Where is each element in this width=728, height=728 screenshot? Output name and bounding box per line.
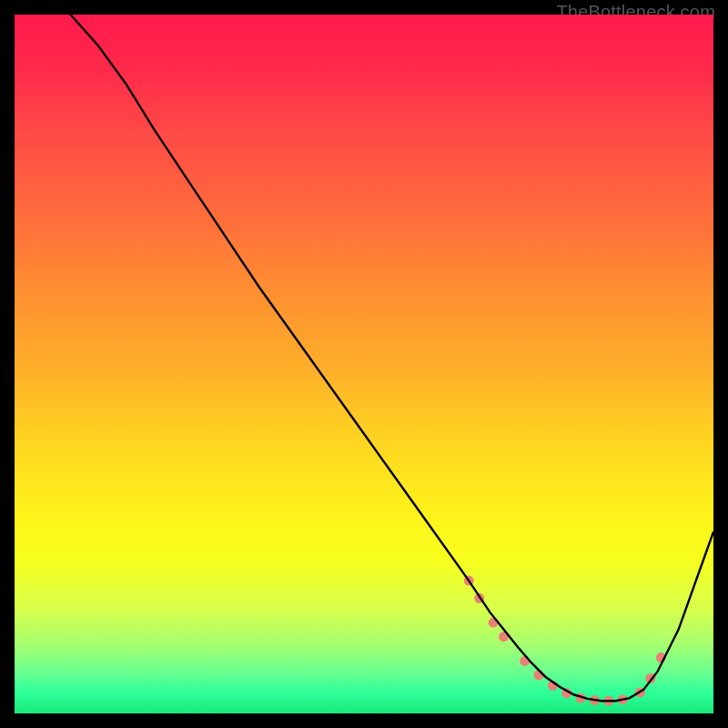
curve-layer xyxy=(15,15,713,713)
bottleneck-curve xyxy=(15,15,713,701)
markers-group xyxy=(464,576,666,706)
plot-area xyxy=(15,15,713,713)
chart-frame: TheBottleneck.com xyxy=(15,15,713,713)
